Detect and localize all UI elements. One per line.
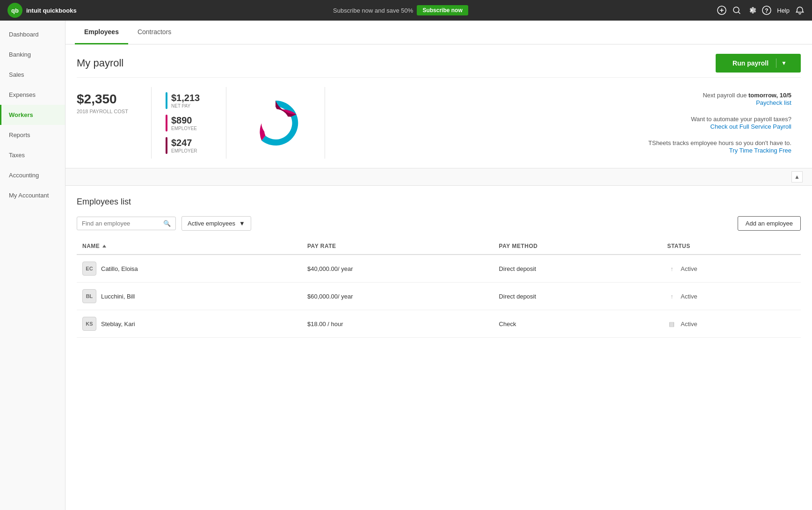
subscribe-now-button[interactable]: Subscribe now (417, 5, 468, 15)
breakdown-bar-employer (166, 137, 167, 154)
svg-point-3 (733, 7, 739, 13)
employee-pay-rate: $60,000.00/ year (302, 283, 493, 310)
full-service-link[interactable]: Check out Full Service Payroll (710, 123, 791, 130)
settings-icon[interactable] (747, 6, 756, 15)
status-filter-label: Active employees (188, 220, 235, 227)
employee-name: Steblay, Kari (101, 321, 135, 328)
run-payroll-dropdown-icon[interactable]: ▼ (776, 60, 791, 66)
employees-table: NAME PAY RATE PAY METHOD STATUS EC (77, 238, 801, 338)
logo-text: intuit quickbooks (26, 7, 77, 14)
app-layout: Dashboard Banking Sales Expenses Workers… (0, 0, 812, 510)
net-pay-label: NET PAY (171, 103, 200, 109)
breakdown-bar-employee (166, 115, 167, 131)
status-label: Active (681, 293, 697, 300)
collapse-button[interactable]: ▲ (791, 171, 803, 182)
employee-pay-method: Direct deposit (493, 255, 662, 283)
promo-text: Subscribe now and save 50% (333, 7, 413, 14)
svg-text:qb: qb (11, 7, 19, 14)
employee-pay-method: Direct deposit (493, 283, 662, 310)
employee-avatar: KS (82, 317, 96, 331)
search-input-wrap[interactable]: 🔍 (77, 217, 176, 230)
page-header: My payroll Run payroll ▼ (65, 44, 812, 77)
total-cost-amount: $2,350 (77, 92, 137, 107)
svg-point-6 (261, 109, 290, 137)
top-navigation: qb intuit quickbooks Subscribe now and s… (0, 0, 812, 21)
tabs-bar: Employees Contractors (65, 21, 812, 44)
run-payroll-button[interactable]: Run payroll ▼ (716, 54, 801, 73)
employer-label: EMPLOYER (171, 148, 197, 153)
run-payroll-label: Run payroll (725, 59, 776, 67)
sort-icon-name (102, 245, 106, 248)
sidebar-item-banking[interactable]: Banking (0, 44, 65, 65)
collapse-bar: ▲ (65, 168, 812, 186)
next-payroll-when: tomorrow, 10/5 (748, 92, 791, 99)
add-employee-button[interactable]: Add an employee (738, 216, 801, 231)
next-payroll-block: Next payroll due tomorrow, 10/5 Paycheck… (334, 92, 791, 106)
th-pay-method: PAY METHOD (493, 238, 662, 255)
paycheck-list-link[interactable]: Paycheck list (756, 99, 791, 106)
automate-block: Want to automate your payroll taxes? Che… (334, 116, 791, 130)
donut-chart-svg (245, 93, 306, 153)
main-content: Employees Contractors My payroll Run pay… (65, 21, 812, 510)
summary-info: Next payroll due tomorrow, 10/5 Paycheck… (325, 87, 801, 159)
employee-pay-rate: $40,000.00/ year (302, 255, 493, 283)
breakdown-employee: $890 EMPLOYEE (166, 115, 212, 131)
summary-breakdown: $1,213 NET PAY $890 EMPLOYEE $247 EMPL (152, 87, 226, 159)
employee-name-cell: KS Steblay, Kari (77, 310, 302, 338)
total-cost-label: 2018 PAYROLL COST (77, 109, 137, 114)
sidebar-item-expenses[interactable]: Expenses (0, 85, 65, 105)
table-row[interactable]: KS Steblay, Kari $18.00 / hour Check ▤ A… (77, 310, 801, 338)
breakdown-net-pay: $1,213 NET PAY (166, 92, 212, 109)
sidebar-item-dashboard[interactable]: Dashboard (0, 24, 65, 44)
employee-name-cell: EC Catillo, Eloisa (77, 255, 302, 283)
sidebar-item-sales[interactable]: Sales (0, 65, 65, 85)
payroll-summary: $2,350 2018 PAYROLL COST $1,213 NET PAY … (65, 78, 812, 168)
help-label[interactable]: Help (777, 7, 790, 14)
tab-contractors[interactable]: Contractors (128, 21, 181, 44)
status-icon: ↑ (667, 291, 676, 301)
employee-amount: $890 (171, 115, 197, 126)
notifications-icon[interactable] (795, 6, 805, 15)
time-tracking-link[interactable]: Try Time Tracking Free (729, 147, 791, 154)
employee-name-cell: BL Lucchini, Bill (77, 283, 302, 310)
svg-text:?: ? (765, 7, 768, 14)
logo[interactable]: qb intuit quickbooks (7, 3, 77, 18)
employees-list-title: Employees list (77, 197, 801, 207)
employee-avatar: BL (82, 289, 96, 303)
dropdown-arrow-icon: ▼ (239, 220, 245, 227)
table-row[interactable]: EC Catillo, Eloisa $40,000.00/ year Dire… (77, 255, 801, 283)
tsheets-block: TSheets tracks employee hours so you don… (334, 139, 791, 154)
search-icon: 🔍 (163, 220, 171, 227)
add-icon[interactable] (717, 6, 726, 15)
sidebar-item-reports[interactable]: Reports (0, 125, 65, 145)
tab-employees[interactable]: Employees (75, 21, 128, 44)
top-actions: ? Help (717, 6, 805, 15)
next-payroll-text: Next payroll due tomorrow, 10/5 (334, 92, 791, 99)
th-name[interactable]: NAME (77, 238, 302, 255)
sidebar: Dashboard Banking Sales Expenses Workers… (0, 21, 65, 510)
employee-name: Lucchini, Bill (101, 293, 135, 300)
automate-text: Want to automate your payroll taxes? (334, 116, 791, 123)
help-icon[interactable]: ? (762, 6, 771, 15)
sidebar-item-workers[interactable]: Workers (0, 105, 65, 125)
next-payroll-label: Next payroll due (703, 92, 747, 99)
employer-amount: $247 (171, 138, 197, 148)
employee-pay-rate: $18.00 / hour (302, 310, 493, 338)
th-status: STATUS (661, 238, 801, 255)
sidebar-item-taxes[interactable]: Taxes (0, 145, 65, 165)
status-icon: ▤ (667, 319, 676, 328)
tsheets-text: TSheets tracks employee hours so you don… (334, 139, 791, 146)
sidebar-item-accounting[interactable]: Accounting (0, 165, 65, 185)
employee-avatar: EC (82, 262, 96, 276)
employee-status: ↑ Active (661, 255, 801, 283)
breakdown-employer: $247 EMPLOYER (166, 137, 212, 154)
status-icon: ↑ (667, 264, 676, 273)
search-icon[interactable] (732, 6, 741, 15)
status-label: Active (681, 321, 697, 328)
table-row[interactable]: BL Lucchini, Bill $60,000.00/ year Direc… (77, 283, 801, 310)
net-pay-amount: $1,213 (171, 93, 200, 103)
employee-pay-method: Check (493, 310, 662, 338)
search-input[interactable] (82, 220, 160, 227)
sidebar-item-my-accountant[interactable]: My Accountant (0, 185, 65, 205)
status-filter-dropdown[interactable]: Active employees ▼ (181, 216, 251, 231)
